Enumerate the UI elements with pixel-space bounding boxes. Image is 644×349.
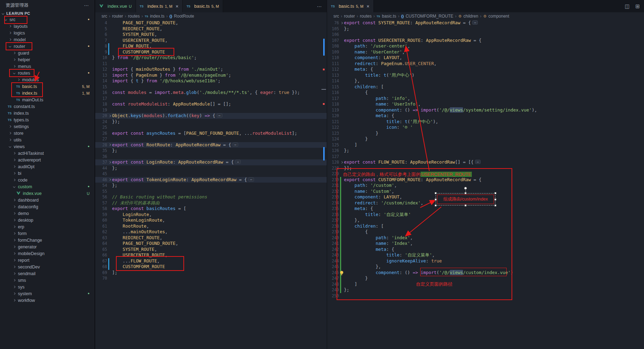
editor-more-icon[interactable]: ⋯ [317, 4, 327, 9]
code-line[interactable]: 11 [95, 61, 327, 67]
code-line[interactable]: 234 redirect: '/custom/index', [327, 200, 644, 206]
tree-item-index.vue[interactable]: index.vueU [0, 190, 95, 197]
code-line[interactable]: 114 }, [327, 78, 644, 84]
breadcrumb-item-router[interactable]: router [112, 14, 123, 19]
breadcrumb-item-src[interactable]: src [333, 14, 339, 19]
code-line[interactable]: 244 ignoreKeepAlive: true [327, 258, 644, 264]
split-editor-icon[interactable]: ◫ [625, 3, 630, 9]
code-line[interactable]: 15 [95, 84, 327, 90]
code-area-center[interactable]: 4 PAGE_NOT_FOUND_ROUTE,5 REDIRECT_ROUTE,… [95, 20, 327, 281]
code-line[interactable]: 25 [95, 125, 327, 131]
code-line[interactable]: 233 component: LAYOUT, [327, 194, 644, 200]
fold-chevron-icon[interactable] [340, 22, 343, 24]
tree-item-auditOpt[interactable]: auditOpt [0, 163, 95, 170]
tree-item-helper[interactable]: helper [0, 56, 95, 63]
code-line[interactable]: 37export const LoginRoute: AppRouteRecor… [95, 159, 327, 165]
code-line[interactable]: 67 ...FLOW_ROUTE, [95, 258, 327, 264]
code-line[interactable]: 19 [95, 107, 327, 113]
tree-item-layouts[interactable]: layouts [0, 23, 95, 30]
tree-item-types.ts[interactable]: TStypes.ts [0, 116, 95, 123]
code-line[interactable]: 248 ] [327, 281, 644, 287]
tree-item-demo[interactable]: demo [0, 210, 95, 217]
tree-item-workflow[interactable]: workflow [0, 297, 95, 304]
tree-item-dashboard[interactable]: dashboard [0, 197, 95, 203]
tree-item-routes[interactable]: routes● [0, 70, 95, 76]
code-line[interactable]: 246 component: () => import('/@/views/cu… [327, 270, 644, 276]
code-line[interactable]: 56// Basic routing without permissions [95, 194, 327, 200]
tab-close-icon[interactable]: × [176, 4, 178, 9]
code-line[interactable]: 17 [95, 96, 327, 102]
code-line[interactable]: 5 REDIRECT_ROUTE, [95, 26, 327, 32]
code-line[interactable]: 120 meta: { [327, 113, 644, 119]
code-line[interactable]: 14import { t } from '/@/hooks/web/useI18… [95, 78, 327, 84]
tree-item-sendmail[interactable]: sendmail [0, 270, 95, 277]
code-line[interactable]: 9 CUSTOMFORM_ROUTE [95, 49, 327, 55]
code-line[interactable]: 58export const basicRoutes = [ [95, 206, 327, 212]
code-line[interactable]: 232 name: 'Custom', [327, 189, 644, 195]
code-line[interactable]: 236 title: '自定义菜单' [327, 212, 644, 218]
code-line[interactable]: 35}; [95, 148, 327, 154]
code-line[interactable]: 27 [95, 136, 327, 142]
code-line[interactable]: 46export const TokenLoginRoute: AppRoute… [95, 177, 327, 183]
code-line[interactable]: 126}; [327, 148, 644, 154]
code-line[interactable]: 36 [95, 154, 327, 160]
code-line[interactable]: 18const routeModuleList: AppRouteModule[… [95, 101, 327, 107]
breadcrumb-item-src[interactable]: src [102, 14, 107, 19]
code-line[interactable]: 6 SYSTEM_ROUTE, [95, 32, 327, 38]
tree-item-constant.ts[interactable]: TSconstant.ts [0, 103, 95, 110]
code-line[interactable]: 76export const SYSTEM_ROUTE: AppRouteRec… [327, 20, 644, 26]
workspace-section-header[interactable]: LEARUN PC [0, 11, 95, 16]
code-line[interactable]: 123 } [327, 131, 644, 137]
tree-item-menus[interactable]: menus [0, 63, 95, 70]
code-line[interactable]: 105}; [327, 26, 644, 32]
fold-chevron-icon[interactable] [340, 161, 343, 164]
explorer-more-icon[interactable]: ⋯ [84, 2, 89, 8]
tree-item-bi[interactable]: bi [0, 170, 95, 177]
code-line[interactable]: 109 name: 'UserCenter', [327, 49, 644, 55]
code-line[interactable]: 235 meta: { [327, 206, 644, 212]
tree-item-dataconfig[interactable]: dataconfig [0, 203, 95, 210]
breadcrumb-item-basic.ts[interactable]: basic.ts [382, 14, 396, 19]
code-line[interactable]: 26export const asyncRoutes = [PAGE_NOT_F… [95, 131, 327, 137]
breadcrumb-item-RootRoute[interactable]: RootRoute [174, 14, 194, 19]
code-line[interactable]: 239 { [327, 229, 644, 235]
code-line[interactable]: 127 [327, 154, 644, 160]
tree-item-basic.ts[interactable]: TSbasic.ts5, M [0, 83, 95, 90]
code-line[interactable]: 247 } [327, 275, 644, 281]
breadcrumb-item-index.ts[interactable]: index.ts [150, 14, 164, 19]
tree-item-report[interactable]: report [0, 257, 95, 264]
code-line[interactable]: 106 [327, 32, 644, 38]
code-line[interactable]: 237 }, [327, 217, 644, 223]
code-line[interactable]: 250 [327, 293, 644, 299]
code-line[interactable]: 112 meta: { [327, 66, 644, 72]
code-line[interactable]: 121 title: t('用户中心'), [327, 119, 644, 125]
tree-item-router[interactable]: router● [0, 43, 95, 50]
code-line[interactable]: 4 PAGE_NOT_FOUND_ROUTE, [95, 20, 327, 26]
code-line[interactable]: 243 title: '自定义菜单', [327, 252, 644, 258]
code-line[interactable]: 8 FLOW_ROUTE, [95, 43, 327, 49]
tree-item-model[interactable]: model [0, 36, 95, 43]
tab-index.vue[interactable]: index.vueU [95, 0, 136, 12]
code-line[interactable]: 125 ] [327, 142, 644, 148]
breadcrumb-item-component[interactable]: component [488, 14, 509, 19]
editor-layout-icon[interactable]: ⊞ [635, 3, 640, 9]
fold-chevron-icon[interactable] [108, 178, 111, 181]
tree-item-guard[interactable]: guard [0, 50, 95, 56]
code-line[interactable]: 16const modules = import.meta.glob('./mo… [95, 90, 327, 96]
code-line[interactable]: 68 CUSTOMFORM_ROUTE [95, 264, 327, 270]
code-line[interactable]: 113 title: t('用户中心') [327, 72, 644, 78]
code-line[interactable]: 44}; [95, 165, 327, 171]
tree-item-index.ts[interactable]: TSindex.ts1, M [0, 90, 95, 96]
tab-close-icon[interactable]: × [366, 4, 369, 9]
tree-item-formChange[interactable]: formChange [0, 237, 95, 243]
code-line[interactable]: 124 } [327, 136, 644, 142]
code-line[interactable]: 111 redirect: PageEnum.USER_CENTER, [327, 61, 644, 67]
code-line[interactable]: 24}); [95, 119, 327, 125]
code-line[interactable]: 59 LoginRoute, [95, 212, 327, 218]
fold-chevron-icon[interactable] [108, 115, 111, 117]
tree-item-modules[interactable]: modules [0, 76, 95, 83]
code-line[interactable]: 116 { [327, 90, 644, 96]
code-line[interactable]: 13import { PageEnum } from '/@/enums/pag… [95, 72, 327, 78]
fold-chevron-icon[interactable] [108, 161, 111, 164]
code-line[interactable]: 231 path: '/custom', [327, 183, 644, 189]
